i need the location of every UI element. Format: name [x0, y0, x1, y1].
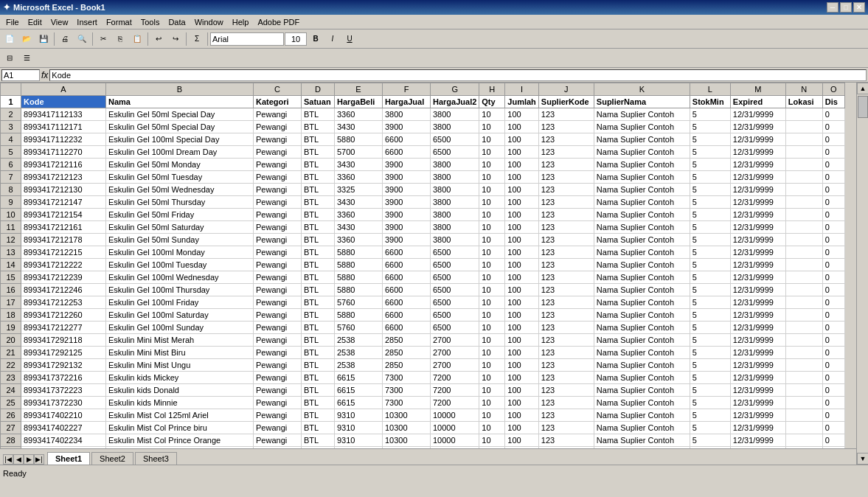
cell-r26-c3[interactable]: BTL	[302, 409, 335, 422]
cell-r26-c7[interactable]: 10	[479, 409, 505, 422]
cell-r3-c3[interactable]: BTL	[302, 121, 335, 133]
cell-r6-c3[interactable]: BTL	[302, 159, 335, 171]
cell-r19-c14[interactable]: 0	[822, 322, 844, 334]
cell-r6-c9[interactable]: 123	[538, 159, 594, 171]
cell-r2-c3[interactable]: BTL	[302, 108, 335, 121]
cell-r5-c12[interactable]: 12/31/9999	[730, 146, 785, 159]
header-cell-11[interactable]: StokMin	[690, 96, 730, 108]
cell-r21-c13[interactable]	[785, 347, 822, 359]
cell-r22-c13[interactable]	[785, 359, 822, 372]
cell-r8-c7[interactable]: 10	[479, 184, 505, 196]
cell-r5-c7[interactable]: 10	[479, 146, 505, 159]
cell-r28-c1[interactable]: Eskulin Mist Col Prince Orange	[106, 434, 254, 447]
cell-r18-c6[interactable]: 6500	[431, 309, 479, 322]
cell-r18-c13[interactable]	[785, 309, 822, 322]
formula-input[interactable]	[49, 69, 867, 81]
col-header-a[interactable]: A	[21, 83, 106, 96]
cell-r14-c14[interactable]: 0	[822, 259, 844, 271]
cell-r23-c5[interactable]: 7300	[383, 372, 431, 384]
cell-r20-c3[interactable]: BTL	[302, 334, 335, 347]
cell-r3-c5[interactable]: 3900	[383, 121, 431, 133]
cell-r16-c7[interactable]: 10	[479, 284, 505, 296]
cell-r21-c4[interactable]: 2538	[335, 347, 383, 359]
cell-r10-c0[interactable]: 8993417212154	[21, 209, 106, 221]
cell-r3-c11[interactable]: 5	[690, 121, 730, 133]
cell-r5-c6[interactable]: 6500	[431, 146, 479, 159]
cell-r18-c1[interactable]: Eskulin Gel 100ml Saturday	[106, 309, 254, 322]
cell-r13-c13[interactable]	[785, 246, 822, 259]
cell-r20-c10[interactable]: Nama Suplier Contoh	[594, 334, 690, 347]
cell-r4-c3[interactable]: BTL	[302, 133, 335, 146]
cell-r20-c13[interactable]	[785, 334, 822, 347]
cell-r27-c11[interactable]: 5	[690, 422, 730, 434]
cell-r24-c12[interactable]: 12/31/9999	[730, 384, 785, 397]
cell-r12-c4[interactable]: 3360	[335, 234, 383, 246]
cell-r17-c5[interactable]: 6600	[383, 296, 431, 309]
cell-r6-c10[interactable]: Nama Suplier Contoh	[594, 159, 690, 171]
cell-r5-c2[interactable]: Pewangi	[254, 146, 302, 159]
cell-r24-c8[interactable]: 100	[505, 384, 539, 397]
cell-r24-c2[interactable]: Pewangi	[254, 384, 302, 397]
cell-r17-c13[interactable]	[785, 296, 822, 309]
cell-r3-c13[interactable]	[785, 121, 822, 133]
tab-next-button[interactable]: ▶	[24, 454, 34, 465]
cell-r8-c8[interactable]: 100	[505, 184, 539, 196]
cell-r29-c1[interactable]: Eskulin Mist Col 125ml Mulan	[106, 447, 254, 449]
cell-r15-c11[interactable]: 5	[690, 271, 730, 284]
cell-r10-c6[interactable]: 3800	[431, 209, 479, 221]
cell-r9-c6[interactable]: 3800	[431, 196, 479, 209]
font-size-input[interactable]	[285, 32, 307, 46]
cell-r4-c11[interactable]: 5	[690, 133, 730, 146]
cell-r28-c12[interactable]: 12/31/9999	[730, 434, 785, 447]
font-name-input[interactable]	[210, 32, 284, 46]
cell-r12-c10[interactable]: Nama Suplier Contoh	[594, 234, 690, 246]
cell-r8-c2[interactable]: Pewangi	[254, 184, 302, 196]
cell-r5-c0[interactable]: 8993417112270	[21, 146, 106, 159]
cell-r28-c5[interactable]: 10300	[383, 434, 431, 447]
cell-r17-c4[interactable]: 5760	[335, 296, 383, 309]
cell-r10-c14[interactable]: 0	[822, 209, 844, 221]
cell-r24-c10[interactable]: Nama Suplier Contoh	[594, 384, 690, 397]
cell-r2-c7[interactable]: 10	[479, 108, 505, 121]
menu-item-help[interactable]: Help	[228, 17, 254, 27]
cell-r20-c0[interactable]: 8993417292118	[21, 334, 106, 347]
cell-r7-c10[interactable]: Nama Suplier Contoh	[594, 171, 690, 184]
cell-r7-c6[interactable]: 3800	[431, 171, 479, 184]
underline-button[interactable]: U	[341, 31, 358, 47]
cell-r7-c13[interactable]	[785, 171, 822, 184]
cell-r8-c3[interactable]: BTL	[302, 184, 335, 196]
cell-r20-c4[interactable]: 2538	[335, 334, 383, 347]
cell-r13-c14[interactable]: 0	[822, 246, 844, 259]
cell-r8-c12[interactable]: 12/31/9999	[730, 184, 785, 196]
sum-button[interactable]: Σ	[189, 31, 205, 47]
cell-r12-c9[interactable]: 123	[538, 234, 594, 246]
cell-r10-c3[interactable]: BTL	[302, 209, 335, 221]
cell-r28-c2[interactable]: Pewangi	[254, 434, 302, 447]
cell-r24-c5[interactable]: 7300	[383, 384, 431, 397]
header-cell-5[interactable]: HargaJual	[383, 96, 431, 108]
cell-r15-c0[interactable]: 8993417212239	[21, 271, 106, 284]
cell-r14-c10[interactable]: Nama Suplier Contoh	[594, 259, 690, 271]
cell-r23-c0[interactable]: 8993417372216	[21, 372, 106, 384]
cell-r19-c10[interactable]: Nama Suplier Contoh	[594, 322, 690, 334]
cell-r3-c7[interactable]: 10	[479, 121, 505, 133]
cell-r27-c3[interactable]: BTL	[302, 422, 335, 434]
align-left-button[interactable]: ☰	[18, 50, 35, 66]
cell-r25-c10[interactable]: Nama Suplier Contoh	[594, 397, 690, 409]
cell-r29-c10[interactable]: Nama Suplier Contoh	[594, 447, 690, 449]
cell-r4-c14[interactable]: 0	[822, 133, 844, 146]
cell-r20-c1[interactable]: Eskulin Mini Mist Merah	[106, 334, 254, 347]
cell-r25-c1[interactable]: Eskulin kids Minnie	[106, 397, 254, 409]
menu-item-edit[interactable]: Edit	[24, 17, 46, 27]
cell-r2-c8[interactable]: 100	[505, 108, 539, 121]
cell-r22-c9[interactable]: 123	[538, 359, 594, 372]
cell-r26-c11[interactable]: 5	[690, 409, 730, 422]
cell-r6-c1[interactable]: Eskulin Gel 50ml Monday	[106, 159, 254, 171]
col-header-m[interactable]: M	[730, 83, 785, 96]
cell-r14-c8[interactable]: 100	[505, 259, 539, 271]
cell-r19-c3[interactable]: BTL	[302, 322, 335, 334]
cell-r10-c11[interactable]: 5	[690, 209, 730, 221]
cell-r2-c1[interactable]: Eskulin Gel 50ml Special Day	[106, 108, 254, 121]
cell-r16-c12[interactable]: 12/31/9999	[730, 284, 785, 296]
cell-r23-c7[interactable]: 10	[479, 372, 505, 384]
